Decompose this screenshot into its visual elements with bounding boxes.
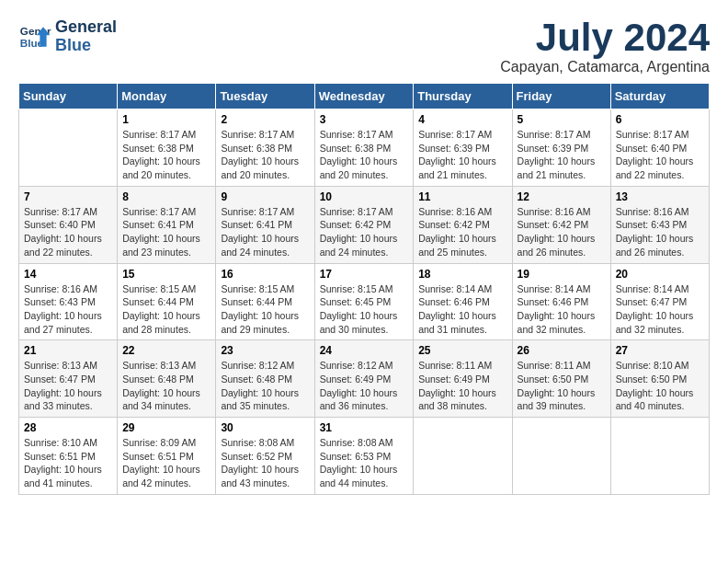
day-cell: 19Sunrise: 8:14 AM Sunset: 6:46 PM Dayli… <box>512 263 610 340</box>
day-number: 21 <box>24 344 112 357</box>
day-cell: 13Sunrise: 8:16 AM Sunset: 6:43 PM Dayli… <box>610 186 709 263</box>
day-number: 24 <box>320 344 409 357</box>
day-number: 14 <box>24 268 112 281</box>
day-number: 29 <box>122 421 210 434</box>
day-detail: Sunrise: 8:10 AM Sunset: 6:50 PM Dayligh… <box>616 359 704 413</box>
day-cell: 3Sunrise: 8:17 AM Sunset: 6:38 PM Daylig… <box>314 109 414 187</box>
day-cell: 12Sunrise: 8:16 AM Sunset: 6:42 PM Dayli… <box>512 186 610 263</box>
day-number: 1 <box>122 113 210 126</box>
logo-general: General <box>55 17 117 36</box>
day-cell: 16Sunrise: 8:15 AM Sunset: 6:44 PM Dayli… <box>216 263 314 340</box>
week-row-2: 7Sunrise: 8:17 AM Sunset: 6:40 PM Daylig… <box>19 186 710 263</box>
day-cell: 26Sunrise: 8:11 AM Sunset: 6:50 PM Dayli… <box>512 340 610 418</box>
day-cell <box>610 418 709 495</box>
day-number: 26 <box>518 344 606 357</box>
day-number: 28 <box>24 421 112 434</box>
day-cell: 14Sunrise: 8:16 AM Sunset: 6:43 PM Dayli… <box>19 263 118 340</box>
day-number: 9 <box>221 190 309 203</box>
logo: General Blue General Blue <box>18 18 117 55</box>
logo-text: General Blue <box>55 18 117 55</box>
day-number: 17 <box>320 268 409 281</box>
day-cell: 9Sunrise: 8:17 AM Sunset: 6:41 PM Daylig… <box>216 186 314 263</box>
day-number: 31 <box>320 421 409 434</box>
header-cell-thursday: Thursday <box>414 84 512 109</box>
day-detail: Sunrise: 8:17 AM Sunset: 6:40 PM Dayligh… <box>616 128 704 182</box>
day-cell: 2Sunrise: 8:17 AM Sunset: 6:38 PM Daylig… <box>216 109 314 187</box>
day-number: 11 <box>418 190 506 203</box>
week-row-4: 21Sunrise: 8:13 AM Sunset: 6:47 PM Dayli… <box>19 340 710 418</box>
day-cell: 31Sunrise: 8:08 AM Sunset: 6:53 PM Dayli… <box>314 418 414 495</box>
day-detail: Sunrise: 8:16 AM Sunset: 6:42 PM Dayligh… <box>418 205 506 259</box>
day-number: 10 <box>320 190 409 203</box>
day-number: 5 <box>518 113 606 126</box>
calendar-header: SundayMondayTuesdayWednesdayThursdayFrid… <box>19 84 710 109</box>
week-row-5: 28Sunrise: 8:10 AM Sunset: 6:51 PM Dayli… <box>19 418 710 495</box>
day-cell: 21Sunrise: 8:13 AM Sunset: 6:47 PM Dayli… <box>19 340 118 418</box>
day-cell: 29Sunrise: 8:09 AM Sunset: 6:51 PM Dayli… <box>118 418 216 495</box>
day-detail: Sunrise: 8:16 AM Sunset: 6:43 PM Dayligh… <box>616 205 704 259</box>
day-detail: Sunrise: 8:12 AM Sunset: 6:49 PM Dayligh… <box>320 359 409 413</box>
day-cell: 24Sunrise: 8:12 AM Sunset: 6:49 PM Dayli… <box>314 340 414 418</box>
day-number: 25 <box>418 344 506 357</box>
day-detail: Sunrise: 8:17 AM Sunset: 6:38 PM Dayligh… <box>221 128 309 182</box>
calendar-table: SundayMondayTuesdayWednesdayThursdayFrid… <box>18 83 710 495</box>
day-number: 8 <box>122 190 210 203</box>
day-detail: Sunrise: 8:14 AM Sunset: 6:47 PM Dayligh… <box>616 282 704 337</box>
day-detail: Sunrise: 8:17 AM Sunset: 6:41 PM Dayligh… <box>221 205 309 259</box>
day-detail: Sunrise: 8:10 AM Sunset: 6:51 PM Dayligh… <box>24 436 112 490</box>
day-number: 18 <box>418 268 506 281</box>
header-cell-saturday: Saturday <box>610 84 709 109</box>
day-detail: Sunrise: 8:17 AM Sunset: 6:39 PM Dayligh… <box>418 128 506 182</box>
day-number: 16 <box>221 268 309 281</box>
day-number: 13 <box>616 190 704 203</box>
day-detail: Sunrise: 8:16 AM Sunset: 6:42 PM Dayligh… <box>518 205 606 259</box>
day-detail: Sunrise: 8:13 AM Sunset: 6:48 PM Dayligh… <box>122 359 210 413</box>
month-title: July 2024 <box>500 18 710 57</box>
day-detail: Sunrise: 8:14 AM Sunset: 6:46 PM Dayligh… <box>518 282 606 337</box>
week-row-1: 1Sunrise: 8:17 AM Sunset: 6:38 PM Daylig… <box>19 109 710 187</box>
day-cell: 18Sunrise: 8:14 AM Sunset: 6:46 PM Dayli… <box>414 263 512 340</box>
day-number: 6 <box>616 113 704 126</box>
header-cell-monday: Monday <box>118 84 216 109</box>
header-row: SundayMondayTuesdayWednesdayThursdayFrid… <box>19 84 710 109</box>
day-number: 22 <box>122 344 210 357</box>
day-number: 27 <box>616 344 704 357</box>
day-detail: Sunrise: 8:12 AM Sunset: 6:48 PM Dayligh… <box>221 359 309 413</box>
week-row-3: 14Sunrise: 8:16 AM Sunset: 6:43 PM Dayli… <box>19 263 710 340</box>
day-cell: 23Sunrise: 8:12 AM Sunset: 6:48 PM Dayli… <box>216 340 314 418</box>
header-cell-tuesday: Tuesday <box>216 84 314 109</box>
day-detail: Sunrise: 8:17 AM Sunset: 6:39 PM Dayligh… <box>518 128 606 182</box>
day-detail: Sunrise: 8:08 AM Sunset: 6:53 PM Dayligh… <box>320 436 409 490</box>
day-detail: Sunrise: 8:13 AM Sunset: 6:47 PM Dayligh… <box>24 359 112 413</box>
day-cell: 25Sunrise: 8:11 AM Sunset: 6:49 PM Dayli… <box>414 340 512 418</box>
day-cell: 10Sunrise: 8:17 AM Sunset: 6:42 PM Dayli… <box>314 186 414 263</box>
title-area: July 2024 Capayan, Catamarca, Argentina <box>500 18 710 75</box>
day-detail: Sunrise: 8:16 AM Sunset: 6:43 PM Dayligh… <box>24 282 112 337</box>
day-number: 7 <box>24 190 112 203</box>
day-number: 12 <box>518 190 606 203</box>
day-detail: Sunrise: 8:17 AM Sunset: 6:41 PM Dayligh… <box>122 205 210 259</box>
day-detail: Sunrise: 8:17 AM Sunset: 6:40 PM Dayligh… <box>24 205 112 259</box>
day-cell: 11Sunrise: 8:16 AM Sunset: 6:42 PM Dayli… <box>414 186 512 263</box>
day-cell: 7Sunrise: 8:17 AM Sunset: 6:40 PM Daylig… <box>19 186 118 263</box>
day-number: 23 <box>221 344 309 357</box>
day-detail: Sunrise: 8:17 AM Sunset: 6:38 PM Dayligh… <box>320 128 409 182</box>
location-title: Capayan, Catamarca, Argentina <box>500 59 710 75</box>
day-detail: Sunrise: 8:11 AM Sunset: 6:50 PM Dayligh… <box>518 359 606 413</box>
day-cell: 17Sunrise: 8:15 AM Sunset: 6:45 PM Dayli… <box>314 263 414 340</box>
svg-text:General: General <box>20 25 51 37</box>
day-cell: 20Sunrise: 8:14 AM Sunset: 6:47 PM Dayli… <box>610 263 709 340</box>
day-detail: Sunrise: 8:15 AM Sunset: 6:44 PM Dayligh… <box>122 282 210 337</box>
day-detail: Sunrise: 8:11 AM Sunset: 6:49 PM Dayligh… <box>418 359 506 413</box>
day-detail: Sunrise: 8:14 AM Sunset: 6:46 PM Dayligh… <box>418 282 506 337</box>
day-cell: 8Sunrise: 8:17 AM Sunset: 6:41 PM Daylig… <box>118 186 216 263</box>
day-detail: Sunrise: 8:17 AM Sunset: 6:42 PM Dayligh… <box>320 205 409 259</box>
logo-icon: General Blue <box>18 20 51 53</box>
day-number: 15 <box>122 268 210 281</box>
day-cell: 22Sunrise: 8:13 AM Sunset: 6:48 PM Dayli… <box>118 340 216 418</box>
day-number: 30 <box>221 421 309 434</box>
header-cell-friday: Friday <box>512 84 610 109</box>
day-cell: 6Sunrise: 8:17 AM Sunset: 6:40 PM Daylig… <box>610 109 709 187</box>
day-cell: 1Sunrise: 8:17 AM Sunset: 6:38 PM Daylig… <box>118 109 216 187</box>
day-cell <box>19 109 118 187</box>
